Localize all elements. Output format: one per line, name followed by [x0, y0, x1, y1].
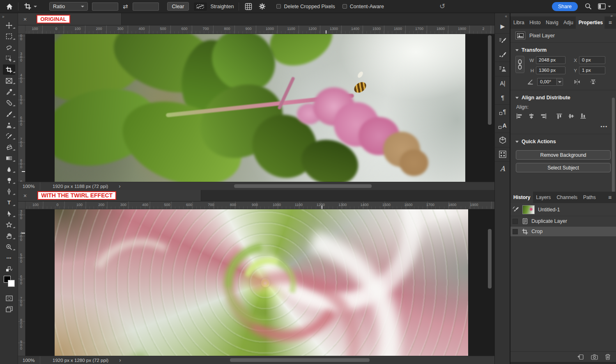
- align-top-icon[interactable]: [556, 113, 563, 119]
- materials-panel-icon[interactable]: [495, 133, 510, 147]
- hand-tool[interactable]: [0, 230, 18, 241]
- type-tool[interactable]: T: [0, 197, 18, 208]
- angle-value[interactable]: 0,00°: [537, 78, 556, 86]
- lasso-tool[interactable]: [0, 42, 18, 53]
- doc2-horizontal-scrollbar[interactable]: [230, 358, 370, 362]
- history-brush-source-icon[interactable]: [513, 206, 519, 213]
- collapse-panels-icon[interactable]: «: [495, 13, 510, 19]
- character-panel-icon[interactable]: A|: [495, 76, 510, 90]
- tab-layers[interactable]: Layers: [533, 192, 554, 203]
- blur-tool[interactable]: [0, 164, 18, 175]
- flip-horizontal-icon[interactable]: [574, 79, 581, 85]
- status-chevron-icon[interactable]: ›: [119, 357, 121, 363]
- brush-settings-panel-icon[interactable]: [495, 34, 510, 48]
- transform-section-header[interactable]: Transform: [510, 43, 616, 56]
- brush-tool[interactable]: [0, 108, 18, 119]
- align-right-icon[interactable]: [540, 113, 547, 119]
- crop-options-gear-icon[interactable]: [259, 3, 266, 10]
- eyedropper-tool[interactable]: [0, 86, 18, 97]
- ratio-width-input[interactable]: [92, 2, 118, 11]
- patterns-panel-icon[interactable]: [495, 147, 510, 161]
- tab-paths[interactable]: Paths: [580, 192, 599, 203]
- actions-panel-icon[interactable]: ▶: [495, 19, 510, 33]
- rotation-angle-input[interactable]: 0,00°: [537, 78, 563, 86]
- align-center-vertical-icon[interactable]: [568, 113, 575, 119]
- content-aware-checkbox[interactable]: Content-Aware: [342, 4, 384, 9]
- paragraph-styles-panel-icon[interactable]: ¶: [495, 105, 510, 119]
- delete-cropped-pixels-checkbox[interactable]: Delete Cropped Pixels: [276, 4, 335, 9]
- search-icon[interactable]: [585, 3, 592, 10]
- character-styles-panel-icon[interactable]: A: [495, 119, 510, 133]
- align-more-icon[interactable]: •••: [510, 120, 616, 130]
- panel-menu-icon[interactable]: ≡: [605, 16, 616, 29]
- close-icon[interactable]: ×: [23, 192, 27, 199]
- swap-dimensions-icon[interactable]: ⇄: [123, 3, 128, 10]
- quick-mask-icon[interactable]: [0, 293, 18, 304]
- doc1-image[interactable]: [55, 34, 465, 182]
- home-icon[interactable]: [6, 3, 13, 10]
- marquee-tool[interactable]: [0, 31, 18, 42]
- link-dimensions-icon[interactable]: [515, 56, 524, 73]
- align-bottom-icon[interactable]: [580, 113, 587, 119]
- doc1-tab[interactable]: × ORIGINAL: [18, 13, 122, 25]
- eraser-tool[interactable]: [0, 142, 18, 153]
- align-section-header[interactable]: Align and Distribute: [510, 90, 616, 103]
- tab-properties[interactable]: Properties: [576, 16, 605, 29]
- swap-colors-icon[interactable]: [0, 263, 18, 275]
- doc2-image[interactable]: [55, 209, 468, 356]
- align-center-horizontal-icon[interactable]: [528, 113, 535, 119]
- remove-background-button[interactable]: Remove Background: [516, 150, 611, 160]
- y-input[interactable]: 1 px: [579, 66, 605, 74]
- close-icon[interactable]: ×: [23, 16, 27, 23]
- zoom-tool[interactable]: [0, 241, 18, 252]
- doc1-vertical-scrollbar[interactable]: [488, 35, 492, 125]
- history-brush-tool[interactable]: [0, 130, 18, 142]
- expand-toolbar-icon[interactable]: »: [0, 13, 18, 20]
- tab-channels[interactable]: Channels: [554, 192, 580, 203]
- object-selection-tool[interactable]: [0, 53, 18, 64]
- history-step-row-selected[interactable]: Crop: [510, 227, 616, 237]
- frame-tool[interactable]: [0, 75, 18, 86]
- height-input[interactable]: 1360 px: [536, 66, 565, 74]
- width-input[interactable]: 2048 px: [536, 56, 565, 64]
- screen-mode-icon[interactable]: [0, 304, 18, 315]
- share-button[interactable]: Share: [552, 2, 578, 11]
- custom-shape-tool[interactable]: [0, 219, 18, 230]
- crop-tool-icon[interactable]: [24, 3, 37, 10]
- new-document-from-state-icon[interactable]: [577, 354, 584, 360]
- background-color-swatch[interactable]: [8, 280, 15, 287]
- history-source-well[interactable]: [513, 229, 518, 234]
- doc1-canvas[interactable]: 200300400500600700800900: [18, 34, 494, 182]
- gradient-tool[interactable]: [0, 153, 18, 164]
- x-input[interactable]: 0 px: [579, 56, 605, 64]
- status-chevron-icon[interactable]: ›: [119, 183, 120, 189]
- quick-actions-header[interactable]: Quick Actions: [510, 134, 616, 147]
- doc1-zoom-level[interactable]: 100%: [18, 182, 40, 190]
- reset-icon[interactable]: ↺: [439, 2, 445, 11]
- pen-tool[interactable]: [0, 186, 18, 197]
- history-step-row[interactable]: Duplicate Layer: [510, 216, 616, 227]
- clear-button[interactable]: Clear: [167, 2, 189, 11]
- doc2-vertical-scrollbar[interactable]: [488, 229, 492, 288]
- delete-state-trash-icon[interactable]: [605, 354, 611, 360]
- clone-source-panel-icon[interactable]: [495, 62, 510, 76]
- new-snapshot-camera-icon[interactable]: [591, 354, 598, 360]
- ratio-select[interactable]: Ratio: [49, 2, 88, 11]
- tab-histogram[interactable]: Histo: [526, 16, 543, 29]
- ratio-height-input[interactable]: [133, 2, 159, 11]
- dodge-tool[interactable]: [0, 175, 18, 186]
- move-tool[interactable]: [0, 20, 18, 31]
- healing-brush-tool[interactable]: [0, 97, 18, 108]
- history-snapshot-row[interactable]: Untitled-1: [510, 203, 616, 216]
- workspace-icon[interactable]: [598, 3, 611, 9]
- foreground-background-colors[interactable]: [0, 275, 18, 290]
- doc2-canvas[interactable]: 300400500600700800900: [18, 209, 494, 356]
- chevron-down-icon[interactable]: [556, 78, 563, 86]
- straighten-icon[interactable]: [194, 2, 207, 11]
- history-source-well[interactable]: [513, 219, 518, 224]
- tab-history[interactable]: History: [510, 192, 533, 203]
- align-left-icon[interactable]: [516, 113, 523, 119]
- path-selection-tool[interactable]: [0, 208, 18, 219]
- clone-stamp-tool[interactable]: [0, 119, 18, 130]
- tab-adjustments[interactable]: Adju: [561, 16, 576, 29]
